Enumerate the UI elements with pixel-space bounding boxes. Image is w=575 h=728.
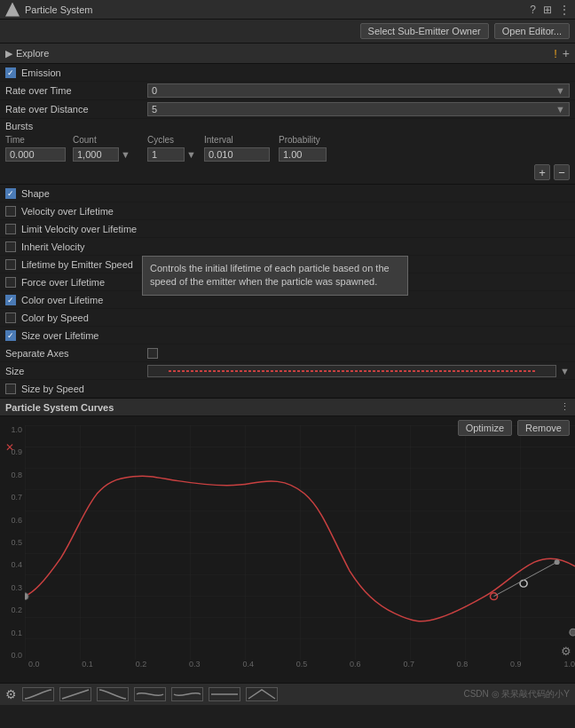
burst-cycles-arrow: ▼ <box>186 149 196 160</box>
curve-preset-7[interactable] <box>246 687 278 701</box>
curve-preset-5[interactable] <box>171 687 203 701</box>
size-by-speed-row[interactable]: Size by Speed <box>0 380 575 398</box>
col-probability-header: Probability <box>279 135 332 145</box>
optimize-button[interactable]: Optimize <box>458 420 512 436</box>
size-over-lifetime-row[interactable]: Size over Lifetime <box>0 327 575 344</box>
rate-over-time-dropdown[interactable]: 0 ▼ <box>147 83 570 98</box>
title-bar-title: Particle System <box>25 4 92 15</box>
y-label-02: 0.2 <box>11 605 22 614</box>
curve-preset-3[interactable] <box>97 687 129 701</box>
limit-velocity-over-lifetime-row[interactable]: Limit Velocity over Lifetime <box>0 220 575 238</box>
force-over-lifetime-label: Force over Lifetime <box>21 277 105 288</box>
burst-count-input[interactable] <box>73 147 119 162</box>
curve-preset-1[interactable] <box>22 687 54 701</box>
shape-module-row[interactable]: Shape <box>0 185 575 202</box>
curves-settings-icon[interactable]: ⚙ <box>5 687 17 701</box>
color-over-lifetime-label: Color over Lifetime <box>21 295 103 305</box>
velocity-over-lifetime-checkbox[interactable] <box>5 206 16 217</box>
curve-gear-icon[interactable]: ⚙ <box>561 645 571 658</box>
x-label-02: 0.2 <box>136 660 147 679</box>
x-label-10: 1.0 <box>563 660 575 679</box>
rate-over-time-label: Rate over Time <box>5 85 147 96</box>
curves-toolbar: ⚙ CSDN ◎ 呆呆敲代码的小Y <box>0 683 575 705</box>
help-icon[interactable]: ? <box>530 4 536 16</box>
col-cycles-header: Cycles <box>147 135 201 145</box>
size-bar-dashed <box>169 370 535 372</box>
size-label: Size <box>5 366 147 376</box>
remove-button[interactable]: Remove <box>517 420 570 436</box>
y-label-01: 0.1 <box>11 629 22 637</box>
inherit-velocity-label: Inherit Velocity <box>21 241 85 252</box>
rate-over-distance-dropdown[interactable]: 5 ▼ <box>147 102 570 116</box>
emission-checkbox[interactable] <box>5 67 16 78</box>
emission-label: Emission <box>21 67 61 78</box>
inherit-velocity-checkbox[interactable] <box>5 241 16 252</box>
handle-start[interactable] <box>25 593 28 600</box>
emission-module-row[interactable]: Emission <box>0 64 575 82</box>
color-over-lifetime-checkbox[interactable] <box>5 295 16 305</box>
handle-bottom-right[interactable] <box>570 629 575 636</box>
y-label-04: 0.4 <box>11 560 22 569</box>
y-label-07: 0.7 <box>11 493 22 502</box>
separate-axes-label: Separate Axes <box>5 348 147 359</box>
limit-velocity-over-lifetime-checkbox[interactable] <box>5 224 16 234</box>
curve-preset-6[interactable] <box>209 687 240 701</box>
top-buttons: Select Sub-Emitter Owner Open Editor... <box>0 20 575 44</box>
burst-probability-input[interactable] <box>279 147 327 162</box>
curve-preset-2[interactable] <box>59 687 91 701</box>
add-burst-button[interactable]: + <box>534 164 550 180</box>
select-sub-emitter-button[interactable]: Select Sub-Emitter Owner <box>360 23 489 39</box>
velocity-over-lifetime-row[interactable]: Velocity over Lifetime <box>0 202 575 220</box>
y-label-05: 0.5 <box>11 538 22 547</box>
burst-interval-input[interactable] <box>204 147 270 162</box>
grid-area: ⚙ <box>25 425 575 660</box>
color-by-speed-row[interactable]: Color by Speed <box>0 309 575 327</box>
open-editor-button[interactable]: Open Editor... <box>494 23 570 39</box>
separate-axes-row: Separate Axes <box>0 344 575 362</box>
x-label-04: 0.4 <box>242 660 254 679</box>
menu-icon[interactable]: ⋮ <box>559 4 570 16</box>
burst-count-arrow: ▼ <box>121 149 130 160</box>
size-bar[interactable] <box>147 365 556 377</box>
lifetime-by-emitter-speed-row[interactable]: Lifetime by Emitter Speed Controls the i… <box>0 256 575 273</box>
y-label-03: 0.3 <box>11 583 22 592</box>
limit-velocity-over-lifetime-label: Limit Velocity over Lifetime <box>21 224 137 234</box>
handle-end-tangent[interactable] <box>555 559 560 565</box>
burst-cycles-input[interactable] <box>147 147 185 162</box>
force-over-lifetime-checkbox[interactable] <box>5 277 16 288</box>
col-interval-header: Interval <box>204 135 275 145</box>
curve-preset-4[interactable] <box>134 687 166 701</box>
bursts-columns: Time Count Cycles Interval Probability <box>5 135 570 145</box>
shape-checkbox[interactable] <box>5 188 16 199</box>
curve-x-mark[interactable]: ✕ <box>5 441 14 454</box>
bursts-header: Bursts <box>5 121 570 131</box>
unity-logo-icon <box>5 3 20 17</box>
inherit-velocity-row[interactable]: Inherit Velocity <box>0 238 575 256</box>
size-dropdown-arrow: ▼ <box>560 366 570 376</box>
color-by-speed-checkbox[interactable] <box>5 313 16 323</box>
curves-title: Particle System Curves <box>5 402 114 413</box>
size-over-lifetime-checkbox[interactable] <box>5 330 16 341</box>
size-by-speed-checkbox[interactable] <box>5 384 16 394</box>
x-label-01: 0.1 <box>82 660 93 679</box>
svg-rect-0 <box>25 425 575 660</box>
x-axis: 0.0 0.1 0.2 0.3 0.4 0.5 0.6 0.7 0.8 0.9 … <box>25 660 575 679</box>
remove-burst-button[interactable]: − <box>554 164 570 180</box>
x-label-03: 0.3 <box>189 660 201 679</box>
y-label-00: 0.0 <box>11 651 22 660</box>
dock-icon[interactable]: ⊞ <box>543 4 552 16</box>
lifetime-by-emitter-speed-checkbox[interactable] <box>5 259 16 270</box>
watermark: CSDN ◎ 呆呆敲代码的小Y <box>283 688 570 700</box>
rate-over-time-row: Rate over Time 0 ▼ <box>0 82 575 100</box>
separate-axes-checkbox[interactable] <box>147 348 158 359</box>
title-bar: Particle System ? ⊞ ⋮ <box>0 0 575 20</box>
gear-icon[interactable]: ⚙ <box>561 645 571 658</box>
rate-over-distance-value: 5 <box>152 104 157 115</box>
warning-icon: ! <box>554 47 557 60</box>
x-label-07: 0.7 <box>403 660 414 679</box>
size-row: Size ▼ <box>0 362 575 380</box>
x-label-05: 0.5 <box>296 660 308 679</box>
curves-more-icon[interactable]: ⋮ <box>560 401 570 413</box>
add-explore-icon[interactable]: + <box>563 46 570 60</box>
burst-time-input[interactable] <box>5 147 66 162</box>
